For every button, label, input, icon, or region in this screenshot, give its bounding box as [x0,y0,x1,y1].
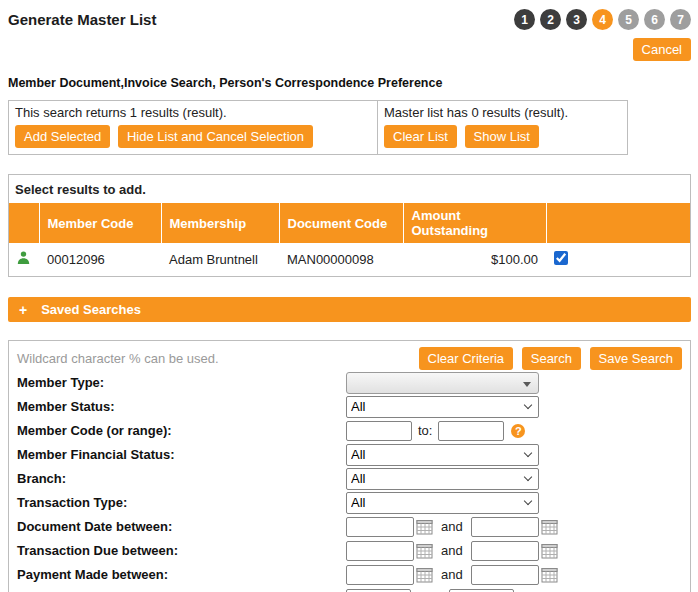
results-caption: Select results to add. [9,175,690,203]
member-code-range-row: Member Code (or range): to: ? [17,419,682,442]
wizard-step-1[interactable]: 1 [514,9,535,30]
payment-made-to-input[interactable] [471,565,539,585]
table-row: 00012096 Adam Bruntnell MAN00000098 $100… [9,243,690,276]
row-select-cell [546,243,690,276]
member-status-row: Member Status: All [17,395,682,418]
page-header: Generate Master List 1 2 3 4 5 6 7 [8,8,691,32]
member-code-to-input[interactable] [438,421,504,441]
master-list-buttons: Clear List Show List [384,125,621,148]
transaction-type-label: Transaction Type: [17,495,346,510]
wildcard-hint: Wildcard character % can be used. [17,347,219,366]
transaction-due-label: Transaction Due between: [17,543,346,558]
document-date-from-input[interactable] [346,517,414,537]
member-type-row: Member Type: [17,371,682,394]
transaction-due-to-input[interactable] [471,541,539,561]
results-summary-panel: This search returns 1 results (result). … [8,100,628,155]
saved-searches-label: Saved Searches [41,302,141,317]
balance-from-input[interactable] [346,589,411,592]
and-label: and [441,543,463,558]
wizard-step-5[interactable]: 5 [618,9,639,30]
transaction-type-row: Transaction Type: All [17,491,682,514]
master-list-summary: Master list has 0 results (result). [384,105,621,120]
cancel-button[interactable]: Cancel [633,38,691,61]
document-date-label: Document Date between: [17,519,346,534]
amount-outstanding-column-header: Amount Outstanding [403,203,546,243]
member-status-label: Member Status: [17,399,346,414]
member-type-dropdown[interactable] [346,372,539,394]
calendar-icon[interactable] [416,543,433,559]
results-table: Member Code Membership Document Code Amo… [9,203,690,276]
calendar-icon[interactable] [416,567,433,583]
member-code-range-label: Member Code (or range): [17,423,346,438]
membership-column-header: Membership [161,203,279,243]
transaction-due-row: Transaction Due between: and [17,539,682,562]
calendar-icon[interactable] [416,519,433,535]
transaction-type-select[interactable]: All [346,492,539,514]
member-financial-status-select[interactable]: All [346,444,539,466]
person-icon [17,251,30,265]
saved-searches-toggle[interactable]: + Saved Searches [8,297,691,322]
transaction-due-from-input[interactable] [346,541,414,561]
cancel-row: Cancel [8,38,691,63]
member-type-label: Member Type: [17,375,346,390]
wizard-step-4[interactable]: 4 [592,9,613,30]
chevron-down-icon [523,382,531,387]
search-button[interactable]: Search [522,347,581,370]
row-select-checkbox[interactable] [554,251,568,265]
balance-to-input[interactable] [449,589,514,592]
search-results-cell: This search returns 1 results (result). … [8,100,378,155]
section-title: Member Document,Invoice Search, Person's… [8,76,691,90]
icon-column-header [9,203,39,243]
wizard-step-2[interactable]: 2 [540,9,561,30]
clear-criteria-button[interactable]: Clear Criteria [419,347,514,370]
member-code-column-header: Member Code [39,203,161,243]
expand-plus-icon: + [19,302,27,318]
member-financial-status-row: Member Financial Status: All [17,443,682,466]
search-results-summary: This search returns 1 results (result). [15,105,371,120]
document-date-to-input[interactable] [471,517,539,537]
branch-row: Branch: All [17,467,682,490]
amount-outstanding-cell: $100.00 [403,243,546,276]
and-label: and [441,567,463,582]
payment-made-from-input[interactable] [346,565,414,585]
hide-list-button[interactable]: Hide List and Cancel Selection [118,125,313,148]
results-box: Select results to add. Member Code Membe… [8,174,691,277]
criteria-toolbar: Wildcard character % can be used. Clear … [17,347,682,370]
help-icon[interactable]: ? [511,424,525,438]
branch-label: Branch: [17,471,346,486]
document-code-cell: MAN00000098 [279,243,403,276]
document-date-row: Document Date between: and [17,515,682,538]
document-code-column-header: Document Code [279,203,403,243]
payment-made-label: Payment Made between: [17,567,346,582]
master-list-cell: Master list has 0 results (result). Clea… [377,100,628,155]
wizard-step-6[interactable]: 6 [644,9,665,30]
membership-cell: Adam Bruntnell [161,243,279,276]
add-selected-button[interactable]: Add Selected [15,125,110,148]
wizard-steps: 1 2 3 4 5 6 7 [514,9,691,30]
calendar-icon[interactable] [541,543,558,559]
select-column-header [546,203,690,243]
clear-list-button[interactable]: Clear List [384,125,457,148]
page-title: Generate Master List [8,11,156,28]
wizard-step-3[interactable]: 3 [566,9,587,30]
payment-made-row: Payment Made between: and [17,563,682,586]
member-code-cell: 00012096 [39,243,161,276]
criteria-panel: Wildcard character % can be used. Clear … [8,340,691,592]
search-results-buttons: Add Selected Hide List and Cancel Select… [15,125,371,148]
and-label: and [441,519,463,534]
member-code-from-input[interactable] [346,421,412,441]
row-icon-cell [9,243,39,276]
calendar-icon[interactable] [541,519,558,535]
outstanding-balance-row: Member's Outstanding Balance between: an… [17,587,682,592]
branch-select[interactable]: All [346,468,539,490]
results-header-row: Member Code Membership Document Code Amo… [9,203,690,243]
save-search-button[interactable]: Save Search [590,347,682,370]
calendar-icon[interactable] [541,567,558,583]
to-label: to: [418,423,432,438]
wizard-step-7[interactable]: 7 [670,9,691,30]
show-list-button[interactable]: Show List [465,125,539,148]
member-status-select[interactable]: All [346,396,539,418]
criteria-buttons: Clear Criteria Search Save Search [414,347,682,370]
member-financial-status-label: Member Financial Status: [17,447,346,462]
